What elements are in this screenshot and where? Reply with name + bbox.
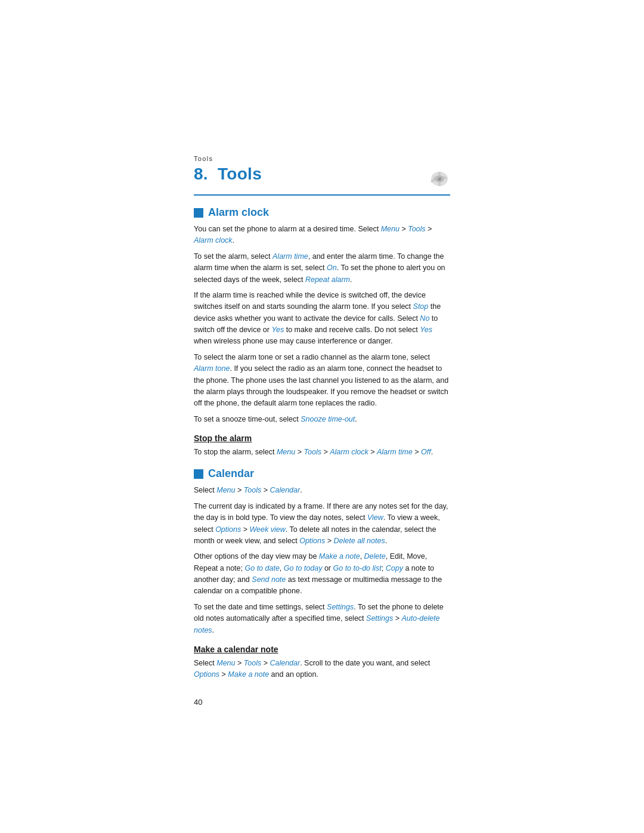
link-yes-2[interactable]: Yes [420, 326, 432, 334]
link-snooze-timeout[interactable]: Snooze time-out [301, 415, 355, 423]
link-send-note[interactable]: Send note [252, 575, 286, 584]
calendar-para-4: To set the date and time settings, selec… [194, 602, 450, 636]
calendar-para-3: Other options of the day view may be Mak… [194, 551, 450, 597]
link-options-3[interactable]: Options [194, 670, 219, 679]
link-delete-1[interactable]: Delete [364, 552, 386, 561]
calendar-para-1: Select Menu > Tools > Calendar. [194, 485, 450, 496]
link-settings-1[interactable]: Settings [327, 603, 354, 611]
link-no-1[interactable]: No [420, 314, 429, 323]
alarm-clock-para-4: To select the alarm tone or set a radio … [194, 352, 450, 410]
link-options-2[interactable]: Options [299, 537, 325, 545]
alarm-clock-para-1: You can set the phone to alarm at a desi… [194, 224, 450, 247]
stop-alarm-heading: Stop the alarm [194, 433, 450, 443]
link-options-1[interactable]: Options [215, 525, 241, 534]
link-on-1[interactable]: On [327, 264, 337, 272]
alarm-clock-heading: Alarm clock [194, 206, 450, 219]
link-stop-1[interactable]: Stop [413, 302, 429, 311]
link-go-to-date[interactable]: Go to date [244, 564, 279, 572]
svg-rect-4 [438, 172, 441, 176]
link-delete-all-notes[interactable]: Delete all notes [334, 537, 385, 545]
make-calendar-note-heading: Make a calendar note [194, 645, 450, 654]
link-make-a-note-2[interactable]: Make a note [228, 670, 269, 679]
link-auto-delete[interactable]: Auto-delete notes [194, 614, 439, 634]
link-alarm-clock-2[interactable]: Alarm clock [330, 448, 369, 456]
link-menu-1[interactable]: Menu [381, 225, 400, 233]
link-menu-3[interactable]: Menu [216, 486, 235, 494]
link-alarm-time-2[interactable]: Alarm time [377, 448, 413, 456]
link-tools-2[interactable]: Tools [304, 448, 321, 456]
calendar-title: Calendar [208, 467, 254, 480]
link-alarm-clock-1[interactable]: Alarm clock [194, 236, 233, 244]
alarm-clock-para-2: To set the alarm, select Alarm time, and… [194, 251, 450, 286]
link-off-1[interactable]: Off [421, 448, 431, 456]
chapter-title: 8. Tools [194, 165, 262, 184]
link-make-a-note[interactable]: Make a note [319, 552, 360, 561]
page-number: 40 [194, 698, 450, 707]
link-go-to-todo[interactable]: Go to to-do list [333, 564, 382, 572]
tools-icon [422, 167, 450, 191]
link-calendar-1[interactable]: Calendar [270, 486, 300, 494]
alarm-clock-para-3: If the alarm time is reached while the d… [194, 290, 450, 348]
link-calendar-2[interactable]: Calendar [270, 659, 300, 667]
svg-rect-5 [438, 181, 441, 186]
link-settings-2[interactable]: Settings [366, 614, 393, 623]
page: Tools 8. Tools Alarm clock [0, 0, 644, 833]
link-copy[interactable]: Copy [386, 564, 403, 572]
link-menu-4[interactable]: Menu [216, 659, 235, 667]
alarm-clock-title: Alarm clock [208, 206, 269, 219]
link-tools-4[interactable]: Tools [244, 659, 261, 667]
svg-rect-6 [434, 176, 438, 179]
chapter-header: 8. Tools [194, 165, 450, 196]
calendar-heading: Calendar [194, 467, 450, 480]
content-area: Tools 8. Tools Alarm clock [194, 155, 450, 707]
link-tools-1[interactable]: Tools [408, 225, 425, 233]
svg-rect-7 [442, 176, 447, 179]
link-go-to-today[interactable]: Go to today [284, 564, 323, 572]
link-yes-1[interactable]: Yes [271, 326, 284, 334]
link-tools-3[interactable]: Tools [244, 486, 261, 494]
section-label: Tools [194, 155, 450, 162]
link-menu-2[interactable]: Menu [277, 448, 295, 456]
link-alarm-tone-1[interactable]: Alarm tone [194, 364, 230, 373]
alarm-clock-blue-square [194, 208, 203, 218]
calendar-blue-square [194, 469, 203, 479]
make-calendar-note-text: Select Menu > Tools > Calendar. Scroll t… [194, 658, 450, 681]
link-repeat-alarm[interactable]: Repeat alarm [305, 275, 350, 284]
stop-alarm-text: To stop the alarm, select Menu > Tools >… [194, 447, 450, 458]
alarm-clock-para-5: To set a snooze time-out, select Snooze … [194, 414, 450, 425]
link-alarm-time-1[interactable]: Alarm time [273, 252, 308, 261]
link-view-1[interactable]: View [367, 513, 383, 522]
calendar-para-2: The current day is indicated by a frame.… [194, 501, 450, 547]
link-week-view[interactable]: Week view [249, 525, 285, 534]
